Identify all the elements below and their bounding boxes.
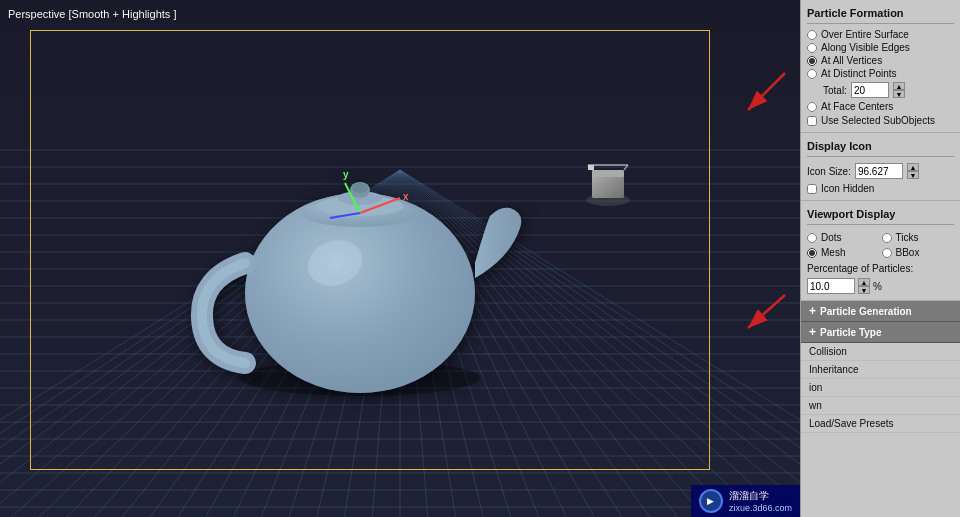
total-input[interactable]	[851, 82, 889, 98]
teapot-model: x y	[190, 108, 530, 410]
bottom-item-inheritance[interactable]: Inheritance	[801, 361, 960, 379]
radio-input-bbox[interactable]	[882, 248, 892, 258]
bottom-item-ion[interactable]: ion	[801, 379, 960, 397]
total-row: Total: ▲ ▼	[807, 80, 954, 100]
rollout-plus-type: +	[809, 325, 816, 339]
radio-input-at-distinct[interactable]	[807, 69, 817, 79]
svg-text:x: x	[403, 191, 409, 202]
percentage-spinners: ▲ ▼	[858, 278, 870, 294]
svg-line-26	[748, 295, 785, 328]
total-spin-up[interactable]: ▲	[893, 82, 905, 90]
radio-label-ticks: Ticks	[896, 232, 919, 243]
radio-input-along-visible[interactable]	[807, 43, 817, 53]
arrow-2	[740, 290, 790, 340]
icon-size-label: Icon Size:	[807, 166, 851, 177]
svg-point-8	[352, 183, 368, 193]
icon-size-row: Icon Size: ▲ ▼	[807, 161, 954, 181]
total-label: Total:	[823, 85, 847, 96]
viewport: Perspective [Smooth + Highlights ]	[0, 0, 800, 517]
radio-label-along-visible: Along Visible Edges	[821, 42, 910, 53]
right-panel: Particle Formation Over Entire Surface A…	[800, 0, 960, 517]
icon-size-input[interactable]	[855, 163, 903, 179]
radio-at-face-centers[interactable]: At Face Centers	[807, 100, 954, 113]
icon-hidden-row[interactable]: Icon Hidden	[807, 181, 954, 196]
rollout-label-generation: Particle Generation	[820, 306, 912, 317]
percentage-unit: %	[873, 281, 882, 292]
radio-label-at-distinct: At Distinct Points	[821, 68, 897, 79]
radio-input-dots[interactable]	[807, 233, 817, 243]
radio-ticks[interactable]: Ticks	[882, 231, 955, 244]
bottom-item-wn[interactable]: wn	[801, 397, 960, 415]
total-spin-down[interactable]: ▼	[893, 90, 905, 98]
icon-size-spin-up[interactable]: ▲	[907, 163, 919, 171]
radio-label-at-face-centers: At Face Centers	[821, 101, 893, 112]
radio-over-entire-surface[interactable]: Over Entire Surface	[807, 28, 954, 41]
radio-at-all-vertices[interactable]: At All Vertices	[807, 54, 954, 67]
radio-along-visible-edges[interactable]: Along Visible Edges	[807, 41, 954, 54]
arrow-1	[740, 68, 790, 118]
percentage-header: Percentage of Particles:	[807, 261, 954, 276]
bottom-items: Collision Inheritance ion wn Load/Save P…	[801, 343, 960, 517]
radio-at-distinct-points[interactable]: At Distinct Points	[807, 67, 954, 80]
watermark-url: zixue.3d66.com	[729, 503, 792, 513]
teapot-svg: x y	[190, 108, 530, 408]
particle-formation-section: Particle Formation Over Entire Surface A…	[801, 0, 960, 133]
percentage-row: ▲ ▼ %	[807, 276, 954, 296]
rollout-particle-type[interactable]: + Particle Type	[801, 322, 960, 343]
bottom-item-load-save[interactable]: Load/Save Presets	[801, 415, 960, 433]
radio-input-over-entire[interactable]	[807, 30, 817, 40]
watermark: ▶ 溜溜自学 zixue.3d66.com	[691, 485, 800, 517]
use-selected-label: Use Selected SubObjects	[821, 115, 935, 126]
percentage-spin-up[interactable]: ▲	[858, 278, 870, 286]
radio-input-mesh[interactable]	[807, 248, 817, 258]
display-icon-section: Display Icon Icon Size: ▲ ▼ Icon Hidden	[801, 133, 960, 201]
percentage-spin-down[interactable]: ▼	[858, 286, 870, 294]
radio-label-mesh: Mesh	[821, 247, 845, 258]
vp-options-grid: Dots Ticks Mesh BBox	[807, 229, 954, 261]
bottom-item-collision[interactable]: Collision	[801, 343, 960, 361]
display-icon-header: Display Icon	[807, 137, 954, 157]
radio-input-at-face-centers[interactable]	[807, 102, 817, 112]
radio-label-bbox: BBox	[896, 247, 920, 258]
particle-formation-header: Particle Formation	[807, 4, 954, 24]
icon-hidden-label: Icon Hidden	[821, 183, 874, 194]
radio-label-over-entire: Over Entire Surface	[821, 29, 909, 40]
svg-text:y: y	[343, 169, 349, 180]
radio-mesh[interactable]: Mesh	[807, 246, 880, 259]
svg-rect-22	[588, 165, 594, 170]
radio-label-at-all-vertices: At All Vertices	[821, 55, 882, 66]
icon-size-spinners: ▲ ▼	[907, 163, 919, 179]
svg-rect-18	[592, 170, 624, 177]
total-spinners: ▲ ▼	[893, 82, 905, 98]
watermark-site: 溜溜自学	[729, 489, 792, 503]
use-selected-row[interactable]: Use Selected SubObjects	[807, 113, 954, 128]
viewport-display-header: Viewport Display	[807, 205, 954, 225]
radio-input-ticks[interactable]	[882, 233, 892, 243]
radio-input-at-all-vertices[interactable]	[807, 56, 817, 66]
viewport-display-section: Viewport Display Dots Ticks Mesh BBox Pe…	[801, 201, 960, 301]
radio-dots[interactable]: Dots	[807, 231, 880, 244]
radio-bbox[interactable]: BBox	[882, 246, 955, 259]
rollout-plus-generation: +	[809, 304, 816, 318]
particle-icon	[578, 150, 638, 210]
percentage-input[interactable]	[807, 278, 855, 294]
use-selected-checkbox[interactable]	[807, 116, 817, 126]
icon-size-spin-down[interactable]: ▼	[907, 171, 919, 179]
svg-line-24	[748, 73, 785, 110]
rollout-label-type: Particle Type	[820, 327, 882, 338]
radio-label-dots: Dots	[821, 232, 842, 243]
icon-hidden-checkbox[interactable]	[807, 184, 817, 194]
rollout-particle-generation[interactable]: + Particle Generation	[801, 301, 960, 322]
watermark-logo: ▶	[699, 489, 723, 513]
